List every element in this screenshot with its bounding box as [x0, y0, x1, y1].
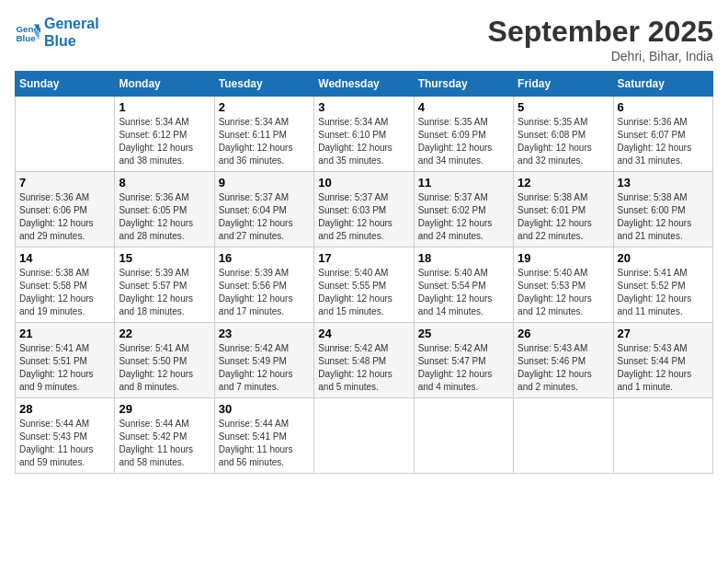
weekday-header-thursday: Thursday — [414, 72, 513, 97]
calendar-table: SundayMondayTuesdayWednesdayThursdayFrid… — [15, 71, 713, 474]
title-block: September 2025 Dehri, Bihar, India — [488, 15, 713, 63]
day-number: 17 — [318, 251, 409, 265]
cell-info: Sunrise: 5:44 AM Sunset: 5:43 PM Dayligh… — [19, 418, 110, 469]
calendar-cell: 23Sunrise: 5:42 AM Sunset: 5:49 PM Dayli… — [214, 323, 313, 398]
cell-info: Sunrise: 5:39 AM Sunset: 5:56 PM Dayligh… — [219, 267, 310, 318]
calendar-cell: 19Sunrise: 5:40 AM Sunset: 5:53 PM Dayli… — [514, 247, 613, 323]
calendar-cell: 14Sunrise: 5:38 AM Sunset: 5:58 PM Dayli… — [16, 247, 115, 323]
cell-info: Sunrise: 5:43 AM Sunset: 5:46 PM Dayligh… — [518, 342, 609, 394]
weekday-header-saturday: Saturday — [613, 72, 712, 97]
day-number: 22 — [119, 327, 210, 340]
day-number: 29 — [119, 402, 210, 416]
calendar-week-5: 28Sunrise: 5:44 AM Sunset: 5:43 PM Dayli… — [16, 398, 713, 474]
cell-info: Sunrise: 5:39 AM Sunset: 5:57 PM Dayligh… — [119, 267, 210, 318]
cell-info: Sunrise: 5:36 AM Sunset: 6:07 PM Dayligh… — [618, 116, 709, 167]
calendar-cell: 26Sunrise: 5:43 AM Sunset: 5:46 PM Dayli… — [514, 323, 613, 398]
calendar-cell: 18Sunrise: 5:40 AM Sunset: 5:54 PM Dayli… — [414, 247, 513, 323]
calendar-cell: 22Sunrise: 5:41 AM Sunset: 5:50 PM Dayli… — [115, 323, 214, 398]
cell-info: Sunrise: 5:38 AM Sunset: 6:00 PM Dayligh… — [618, 191, 709, 243]
calendar-week-1: 1Sunrise: 5:34 AM Sunset: 6:12 PM Daylig… — [16, 97, 713, 172]
day-number: 13 — [618, 176, 709, 190]
calendar-cell — [16, 97, 115, 172]
calendar-cell: 15Sunrise: 5:39 AM Sunset: 5:57 PM Dayli… — [115, 247, 214, 323]
logo-icon: General Blue — [15, 19, 40, 45]
calendar-cell — [514, 398, 613, 474]
calendar-week-3: 14Sunrise: 5:38 AM Sunset: 5:58 PM Dayli… — [16, 247, 713, 323]
cell-info: Sunrise: 5:36 AM Sunset: 6:05 PM Dayligh… — [119, 191, 210, 243]
cell-info: Sunrise: 5:34 AM Sunset: 6:12 PM Dayligh… — [119, 116, 210, 167]
logo: General Blue GeneralBlue — [15, 15, 99, 50]
calendar-cell: 8Sunrise: 5:36 AM Sunset: 6:05 PM Daylig… — [115, 172, 214, 247]
logo-text: GeneralBlue — [44, 15, 99, 50]
calendar-cell: 12Sunrise: 5:38 AM Sunset: 6:01 PM Dayli… — [514, 172, 613, 247]
calendar-cell: 3Sunrise: 5:34 AM Sunset: 6:10 PM Daylig… — [314, 97, 414, 172]
day-number: 27 — [618, 327, 709, 340]
weekday-header-sunday: Sunday — [16, 72, 115, 97]
cell-info: Sunrise: 5:38 AM Sunset: 6:01 PM Dayligh… — [518, 191, 609, 243]
cell-info: Sunrise: 5:41 AM Sunset: 5:51 PM Dayligh… — [19, 342, 110, 394]
cell-info: Sunrise: 5:37 AM Sunset: 6:04 PM Dayligh… — [219, 191, 310, 243]
calendar-cell: 16Sunrise: 5:39 AM Sunset: 5:56 PM Dayli… — [214, 247, 313, 323]
day-number: 5 — [518, 100, 609, 114]
cell-info: Sunrise: 5:42 AM Sunset: 5:49 PM Dayligh… — [219, 342, 310, 394]
cell-info: Sunrise: 5:37 AM Sunset: 6:02 PM Dayligh… — [418, 191, 509, 243]
calendar-cell — [314, 398, 414, 474]
calendar-cell: 20Sunrise: 5:41 AM Sunset: 5:52 PM Dayli… — [613, 247, 712, 323]
day-number: 19 — [518, 251, 609, 265]
cell-info: Sunrise: 5:42 AM Sunset: 5:47 PM Dayligh… — [418, 342, 509, 394]
calendar-cell: 5Sunrise: 5:35 AM Sunset: 6:08 PM Daylig… — [514, 97, 613, 172]
day-number: 8 — [119, 176, 210, 190]
calendar-cell: 1Sunrise: 5:34 AM Sunset: 6:12 PM Daylig… — [115, 97, 214, 172]
cell-info: Sunrise: 5:35 AM Sunset: 6:08 PM Dayligh… — [518, 116, 609, 167]
day-number: 28 — [19, 402, 110, 416]
page-header: General Blue GeneralBlue September 2025 … — [15, 15, 713, 63]
day-number: 23 — [219, 327, 310, 340]
cell-info: Sunrise: 5:44 AM Sunset: 5:41 PM Dayligh… — [219, 418, 310, 469]
cell-info: Sunrise: 5:34 AM Sunset: 6:11 PM Dayligh… — [219, 116, 310, 167]
cell-info: Sunrise: 5:37 AM Sunset: 6:03 PM Dayligh… — [318, 191, 409, 243]
calendar-cell: 13Sunrise: 5:38 AM Sunset: 6:00 PM Dayli… — [613, 172, 712, 247]
cell-info: Sunrise: 5:44 AM Sunset: 5:42 PM Dayligh… — [119, 418, 210, 469]
cell-info: Sunrise: 5:38 AM Sunset: 5:58 PM Dayligh… — [19, 267, 110, 318]
calendar-cell: 7Sunrise: 5:36 AM Sunset: 6:06 PM Daylig… — [16, 172, 115, 247]
day-number: 16 — [219, 251, 310, 265]
day-number: 25 — [418, 327, 509, 340]
day-number: 7 — [19, 176, 110, 190]
calendar-cell: 6Sunrise: 5:36 AM Sunset: 6:07 PM Daylig… — [613, 97, 712, 172]
cell-info: Sunrise: 5:36 AM Sunset: 6:06 PM Dayligh… — [19, 191, 110, 243]
cell-info: Sunrise: 5:42 AM Sunset: 5:48 PM Dayligh… — [318, 342, 409, 394]
calendar-cell: 4Sunrise: 5:35 AM Sunset: 6:09 PM Daylig… — [414, 97, 513, 172]
weekday-header-friday: Friday — [514, 72, 613, 97]
day-number: 14 — [19, 251, 110, 265]
day-number: 9 — [219, 176, 310, 190]
day-number: 12 — [518, 176, 609, 190]
calendar-week-4: 21Sunrise: 5:41 AM Sunset: 5:51 PM Dayli… — [16, 323, 713, 398]
calendar-cell: 2Sunrise: 5:34 AM Sunset: 6:11 PM Daylig… — [214, 97, 313, 172]
calendar-cell — [414, 398, 513, 474]
weekday-header-tuesday: Tuesday — [214, 72, 313, 97]
month-title: September 2025 — [488, 15, 713, 49]
cell-info: Sunrise: 5:43 AM Sunset: 5:44 PM Dayligh… — [618, 342, 709, 394]
day-number: 24 — [318, 327, 409, 340]
calendar-cell: 11Sunrise: 5:37 AM Sunset: 6:02 PM Dayli… — [414, 172, 513, 247]
calendar-cell: 28Sunrise: 5:44 AM Sunset: 5:43 PM Dayli… — [16, 398, 115, 474]
day-number: 26 — [518, 327, 609, 340]
day-number: 15 — [119, 251, 210, 265]
day-number: 1 — [119, 100, 210, 114]
cell-info: Sunrise: 5:41 AM Sunset: 5:50 PM Dayligh… — [119, 342, 210, 394]
location: Dehri, Bihar, India — [488, 49, 713, 63]
calendar-cell: 17Sunrise: 5:40 AM Sunset: 5:55 PM Dayli… — [314, 247, 414, 323]
cell-info: Sunrise: 5:35 AM Sunset: 6:09 PM Dayligh… — [418, 116, 509, 167]
calendar-cell: 27Sunrise: 5:43 AM Sunset: 5:44 PM Dayli… — [613, 323, 712, 398]
day-number: 2 — [219, 100, 310, 114]
svg-text:Blue: Blue — [16, 33, 36, 43]
cell-info: Sunrise: 5:40 AM Sunset: 5:55 PM Dayligh… — [318, 267, 409, 318]
weekday-header-wednesday: Wednesday — [314, 72, 414, 97]
calendar-cell: 21Sunrise: 5:41 AM Sunset: 5:51 PM Dayli… — [16, 323, 115, 398]
day-number: 10 — [318, 176, 409, 190]
calendar-cell — [613, 398, 712, 474]
calendar-cell: 10Sunrise: 5:37 AM Sunset: 6:03 PM Dayli… — [314, 172, 414, 247]
calendar-cell: 25Sunrise: 5:42 AM Sunset: 5:47 PM Dayli… — [414, 323, 513, 398]
day-number: 20 — [618, 251, 709, 265]
calendar-cell: 29Sunrise: 5:44 AM Sunset: 5:42 PM Dayli… — [115, 398, 214, 474]
